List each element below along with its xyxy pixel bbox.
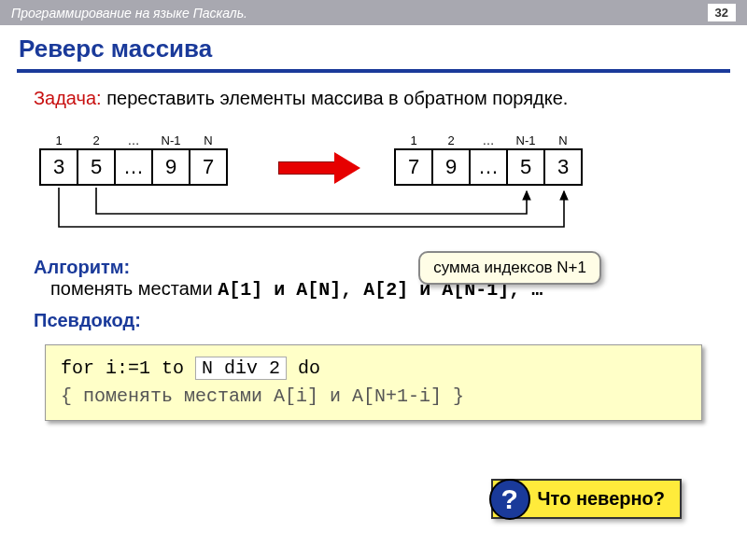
slide-title: Реверс массива [0, 25, 747, 69]
array-before: 13 25 …… N-19 N7 [39, 148, 228, 186]
code-block: for i:=1 to N div 2 do { поменять местам… [45, 344, 702, 421]
cell-value: 9 [445, 155, 457, 179]
cell-value: … [123, 155, 144, 179]
cell: N-15 [506, 148, 545, 186]
page-number: 32 [708, 4, 736, 21]
sum-note-box: сумма индексов N+1 [418, 251, 601, 285]
slide-header: Программирование на языке Паскаль. 32 [0, 0, 747, 25]
cell: 13 [39, 148, 78, 186]
task-text: переставить элементы массива в обратном … [102, 88, 569, 108]
cell: …… [469, 148, 508, 186]
pseudocode-label-line: Псевдокод: [34, 310, 713, 331]
index-label: 2 [433, 133, 469, 147]
course-title: Программирование на языке Паскаль. [11, 6, 247, 21]
cell-value: 3 [557, 155, 569, 179]
index-label: 1 [41, 133, 77, 147]
cell-value: … [478, 155, 499, 179]
task-line: Задача: переставить элементы массива в о… [34, 86, 713, 111]
cell: …… [114, 148, 153, 186]
cell-value: 3 [53, 155, 64, 179]
cell-value: 9 [165, 155, 176, 179]
title-underline [17, 69, 730, 73]
cell: 17 [394, 148, 433, 186]
array-diagram: 13 25 …… N-19 N7 17 29 …… N-15 N3 [39, 128, 713, 240]
question-callout: ? Что неверно? [491, 479, 682, 519]
array-after: 17 29 …… N-15 N3 [394, 148, 583, 186]
code-highlight: N div 2 [195, 357, 287, 380]
algorithm-label: Алгоритм: [34, 257, 713, 278]
pseudocode-label: Псевдокод: [34, 310, 141, 330]
cell-value: 5 [91, 155, 102, 179]
code-text: for i:=1 to [61, 357, 195, 379]
cell: N3 [543, 148, 583, 186]
question-text: Что неверно? [538, 488, 665, 509]
algorithm-block: Алгоритм: поменять местами A[1] и A[N], … [34, 257, 713, 301]
algorithm-text: поменять местами A[1] и A[N], A[2] и A[N… [50, 278, 713, 301]
index-label: … [471, 133, 506, 147]
code-line-2: { поменять местами A[i] и A[N+1-i] } [61, 383, 686, 411]
index-label: 2 [78, 133, 114, 147]
index-label: 1 [396, 133, 431, 147]
cell-value: 7 [203, 155, 214, 179]
question-mark-icon: ? [489, 479, 530, 520]
algorithm-text-prefix: поменять местами [50, 278, 218, 299]
cell-value: 7 [408, 155, 419, 179]
index-label: N [190, 133, 226, 147]
arrow-right-icon [278, 156, 362, 180]
code-text: do [287, 357, 320, 379]
index-label: N-1 [153, 133, 189, 147]
cell-value: 5 [520, 155, 531, 179]
cell: 29 [431, 148, 471, 186]
cell: N7 [189, 148, 228, 186]
index-label: N-1 [508, 133, 543, 147]
cell: 25 [77, 148, 116, 186]
index-label: N [545, 133, 581, 147]
task-label: Задача: [34, 88, 102, 108]
slide-content: Задача: переставить элементы массива в о… [0, 86, 747, 421]
cell: N-19 [151, 148, 190, 186]
index-label: … [116, 133, 151, 147]
code-line-1: for i:=1 to N div 2 do [61, 355, 686, 383]
